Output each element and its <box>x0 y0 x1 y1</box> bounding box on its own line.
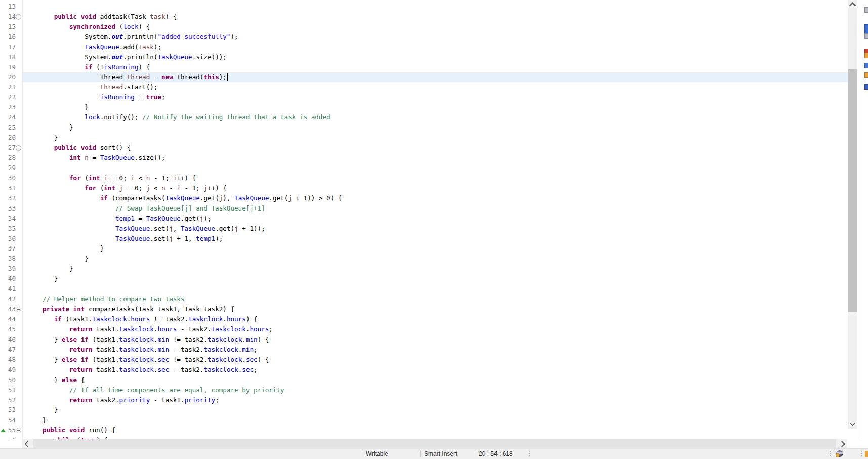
code-text[interactable]: } <box>23 264 73 274</box>
code-text[interactable]: } <box>23 274 58 284</box>
vertical-scrollbar[interactable] <box>848 0 857 429</box>
status-grip-dots-icon[interactable] <box>529 451 530 457</box>
code-text[interactable]: TaskQueue.set(j + 1, temp1); <box>23 234 223 244</box>
line-number-ruler[interactable]: 49 <box>0 365 23 375</box>
code-line[interactable]: 28 int n = TaskQueue.size(); <box>0 153 848 163</box>
status-grip-dots-icon[interactable] <box>830 451 831 457</box>
code-text[interactable]: TaskQueue.add(task); <box>23 42 161 52</box>
line-number-ruler[interactable]: 16 <box>0 32 23 42</box>
code-text[interactable]: for (int j = 0; j < n - i - 1; j++) { <box>23 183 227 193</box>
line-number-ruler[interactable]: 31 <box>0 183 23 193</box>
code-line[interactable]: 20 Thread thread = new Thread(this); <box>0 72 848 82</box>
code-line[interactable]: 24 lock.notify(); // Notify the waiting … <box>0 112 848 122</box>
fold-collapse-icon[interactable] <box>16 428 21 433</box>
code-line[interactable]: 48 } else if (task1.taskclock.sec != tas… <box>0 355 848 365</box>
code-text[interactable]: if (task1.taskclock.hours != task2.taskc… <box>23 314 258 324</box>
code-line[interactable]: 41 <box>0 284 848 294</box>
code-text[interactable]: return task2.priority - task1.priority; <box>23 395 219 405</box>
line-number-ruler[interactable]: 27 <box>0 143 23 153</box>
line-number-ruler[interactable]: 20 <box>0 72 23 82</box>
line-number-ruler[interactable]: 40 <box>0 274 23 284</box>
line-number-ruler[interactable]: 28 <box>0 153 23 163</box>
line-number-ruler[interactable]: 46 <box>0 335 23 345</box>
line-number-ruler[interactable]: 21 <box>0 82 23 92</box>
code-line[interactable]: 44 if (task1.taskclock.hours != task2.ta… <box>0 314 848 324</box>
fold-collapse-icon[interactable] <box>16 14 21 20</box>
code-line[interactable]: 43 private int compareTasks(Task task1, … <box>0 304 848 314</box>
code-line[interactable]: 15 synchronized (lock) { <box>0 22 848 32</box>
overview-annotation-icon[interactable] <box>864 7 868 13</box>
code-line[interactable]: 38 } <box>0 254 848 264</box>
line-number-ruler[interactable]: 24 <box>0 112 23 122</box>
horizontal-scrollbar-thumb[interactable] <box>33 439 836 448</box>
status-indicator-icon[interactable] <box>836 450 843 457</box>
code-line[interactable]: 17 TaskQueue.add(task); <box>0 42 848 52</box>
code-text[interactable]: return task1.taskclock.sec - task2.taskc… <box>23 365 258 375</box>
status-grip-dots-icon[interactable] <box>861 451 862 457</box>
code-line[interactable]: 47 return task1.taskclock.min - task2.ta… <box>0 345 848 355</box>
line-number-ruler[interactable]: 22 <box>0 92 23 102</box>
code-line[interactable]: 26 } <box>0 133 848 143</box>
line-number-ruler[interactable]: 30 <box>0 173 23 183</box>
code-text[interactable]: Thread thread = new Thread(this); <box>23 72 228 82</box>
code-line[interactable]: 46 } else if (task1.taskclock.min != tas… <box>0 335 848 345</box>
line-number-ruler[interactable]: 38 <box>0 254 23 264</box>
fold-collapse-icon[interactable] <box>16 307 21 312</box>
code-text[interactable]: // Helper method to compare two tasks <box>23 294 184 304</box>
code-text[interactable]: private int compareTasks(Task task1, Tas… <box>23 304 234 314</box>
code-line[interactable]: 29 <box>0 163 848 173</box>
code-line[interactable]: 49 return task1.taskclock.sec - task2.ta… <box>0 365 848 375</box>
code-line[interactable]: 23 } <box>0 102 848 112</box>
line-number-ruler[interactable]: 50 <box>0 375 23 385</box>
code-text[interactable]: } <box>23 243 104 254</box>
code-line[interactable]: 16 System.out.println("added succesfully… <box>0 32 848 42</box>
code-text[interactable]: System.out.println("added succesfully"); <box>23 32 238 42</box>
code-editor[interactable]: public void settaskclock(int hours, int … <box>0 0 848 439</box>
vertical-scrollbar-thumb[interactable] <box>848 69 857 312</box>
code-line[interactable]: 54 } <box>0 415 848 425</box>
fold-collapse-icon[interactable] <box>16 145 21 151</box>
code-text[interactable] <box>23 284 23 294</box>
overview-annotation-icon[interactable] <box>864 33 868 39</box>
code-text[interactable]: } <box>23 254 89 264</box>
line-number-ruler[interactable]: 47 <box>0 345 23 355</box>
line-number-ruler[interactable]: 42 <box>0 294 23 304</box>
overview-annotation-icon[interactable] <box>864 63 868 68</box>
line-number-ruler[interactable]: 51 <box>0 385 23 395</box>
line-number-ruler[interactable]: 25 <box>0 122 23 133</box>
code-text[interactable]: } <box>23 415 47 425</box>
code-text[interactable] <box>23 2 23 12</box>
code-line[interactable]: 51 // If all time components are equal, … <box>0 385 848 395</box>
scroll-up-icon[interactable] <box>849 2 856 9</box>
line-number-ruler[interactable]: 35 <box>0 224 23 234</box>
code-line[interactable]: 53 } <box>0 405 848 415</box>
code-text[interactable]: } <box>23 405 58 415</box>
code-line[interactable]: 33 // Swap TaskQueue[j] and TaskQueue[j+… <box>0 203 848 214</box>
overview-annotation-icon[interactable] <box>864 72 868 78</box>
line-number-ruler[interactable]: 53 <box>0 405 23 415</box>
code-line[interactable]: 52 return task2.priority - task1.priorit… <box>0 395 848 405</box>
code-text[interactable]: thread.start(); <box>23 82 157 92</box>
code-line[interactable]: 45 return task1.taskclock.hours - task2.… <box>0 324 848 335</box>
code-text[interactable]: if (!isRunning) { <box>23 62 150 72</box>
code-text[interactable]: lock.notify(); // Notify the waiting thr… <box>23 112 330 122</box>
code-line[interactable]: 14 public void addtask(Task task) { <box>0 12 848 22</box>
scroll-right-icon[interactable] <box>839 441 845 447</box>
line-number-ruler[interactable]: 29 <box>0 163 23 173</box>
overview-annotation-icon[interactable] <box>864 84 868 90</box>
code-text[interactable]: TaskQueue.set(j, TaskQueue.get(j + 1)); <box>23 224 265 234</box>
code-text[interactable]: } <box>23 102 89 112</box>
code-text[interactable]: } <box>23 133 58 143</box>
code-line[interactable]: 39 } <box>0 264 848 274</box>
code-line[interactable]: 50 } else { <box>0 375 848 385</box>
line-number-ruler[interactable]: 14 <box>0 12 23 22</box>
line-number-ruler[interactable]: 54 <box>0 415 23 425</box>
code-line[interactable]: 32 if (compareTasks(TaskQueue.get(j), Ta… <box>0 193 848 203</box>
line-number-ruler[interactable]: 36 <box>0 234 23 244</box>
code-line[interactable]: 37 } <box>0 243 848 254</box>
code-line[interactable]: 55 public void run() { <box>0 425 848 435</box>
line-number-ruler[interactable]: 26 <box>0 133 23 143</box>
code-text[interactable]: } <box>23 122 73 133</box>
code-line[interactable]: 42 // Helper method to compare two tasks <box>0 294 848 304</box>
line-number-ruler[interactable]: 43 <box>0 304 23 314</box>
